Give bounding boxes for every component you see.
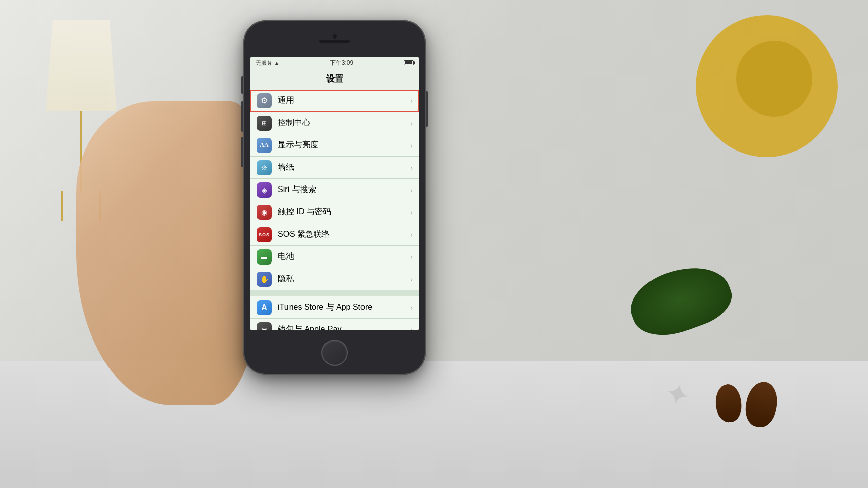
itunes-icon: A xyxy=(257,300,272,315)
general-chevron-icon: › xyxy=(410,97,413,105)
mute-button[interactable] xyxy=(241,76,243,94)
display-label: 显示与亮度 xyxy=(278,140,408,151)
itunes-chevron-icon: › xyxy=(410,304,413,312)
battery-label: 电池 xyxy=(278,251,408,262)
earpiece-speaker xyxy=(319,40,350,43)
page-title: 设置 xyxy=(250,69,419,90)
display-symbol: AA xyxy=(260,141,268,149)
general-label: 通用 xyxy=(278,95,408,106)
settings-item-battery[interactable]: ▬ 电池 › xyxy=(250,246,419,268)
status-right xyxy=(404,60,414,65)
display-chevron-icon: › xyxy=(410,141,413,149)
settings-list: ⚙ 通用 › ⊞ 控制中心 › AA xyxy=(250,90,419,330)
privacy-chevron-icon: › xyxy=(410,275,413,283)
carrier-label: 无服务 xyxy=(256,59,272,67)
settings-item-wallet[interactable]: ▣ 钱包与 Apple Pay › xyxy=(250,319,419,330)
settings-item-privacy[interactable]: ✋ 隐私 › xyxy=(250,268,419,290)
control-center-label: 控制中心 xyxy=(278,118,408,128)
battery-symbol: ▬ xyxy=(261,253,267,260)
pine-decoration xyxy=(614,260,817,437)
power-button[interactable] xyxy=(426,91,428,127)
gear-symbol: ⚙ xyxy=(261,96,268,105)
touchid-symbol: ◉ xyxy=(261,208,267,216)
battery-settings-icon: ▬ xyxy=(257,249,272,265)
volume-down-button[interactable] xyxy=(241,137,243,167)
siri-icon: ◈ xyxy=(257,182,272,198)
phone: 无服务 ▲ 下午3:09 设置 ⚙ xyxy=(243,20,426,375)
section-divider xyxy=(250,290,419,296)
battery-fill xyxy=(405,61,412,64)
hand xyxy=(76,101,269,405)
settings-item-itunes[interactable]: A iTunes Store 与 App Store › xyxy=(250,296,419,319)
control-center-chevron-icon: › xyxy=(410,119,413,127)
settings-item-sos[interactable]: SOS SOS 紧急联络 › xyxy=(250,223,419,246)
sos-symbol: SOS xyxy=(259,232,270,237)
settings-item-siri[interactable]: ◈ Siri 与搜索 › xyxy=(250,179,419,201)
privacy-symbol: ✋ xyxy=(260,275,269,283)
wallpaper-chevron-icon: › xyxy=(410,164,413,172)
display-icon: AA xyxy=(257,138,272,153)
touchid-chevron-icon: › xyxy=(410,208,413,216)
siri-label: Siri 与搜索 xyxy=(278,184,408,195)
volume-up-button[interactable] xyxy=(241,101,243,132)
battery-icon xyxy=(404,60,414,65)
wallet-symbol: ▣ xyxy=(262,326,267,331)
wallpaper-label: 墙纸 xyxy=(278,162,408,173)
general-icon: ⚙ xyxy=(257,93,272,108)
settings-item-touchid[interactable]: ◉ 触控 ID 与密码 › xyxy=(250,201,419,223)
status-left: 无服务 ▲ xyxy=(256,59,279,67)
wallpaper-symbol: ❊ xyxy=(261,164,267,172)
phone-body: 无服务 ▲ 下午3:09 设置 ⚙ xyxy=(243,20,426,375)
settings-item-display[interactable]: AA 显示与亮度 › xyxy=(250,134,419,157)
touchid-icon: ◉ xyxy=(257,205,272,220)
control-center-icon: ⊞ xyxy=(257,116,272,131)
settings-item-control-center[interactable]: ⊞ 控制中心 › xyxy=(250,112,419,134)
touchid-label: 触控 ID 与密码 xyxy=(278,207,408,217)
lamp-shade xyxy=(46,20,117,111)
pine-branch xyxy=(623,254,739,346)
front-camera xyxy=(333,34,337,39)
pine-cone-2 xyxy=(714,383,743,423)
sos-chevron-icon: › xyxy=(410,231,413,239)
privacy-icon: ✋ xyxy=(257,272,272,287)
status-time: 下午3:09 xyxy=(330,59,353,67)
battery-chevron-icon: › xyxy=(410,253,413,261)
wifi-icon: ▲ xyxy=(274,60,279,66)
pine-cone-1 xyxy=(743,379,781,429)
status-bar: 无服务 ▲ 下午3:09 xyxy=(250,57,419,69)
siri-chevron-icon: › xyxy=(410,186,413,194)
yellow-circle-inner xyxy=(736,41,812,117)
sos-icon: SOS xyxy=(257,227,272,242)
sos-label: SOS 紧急联络 xyxy=(278,229,408,240)
home-button[interactable] xyxy=(321,340,348,366)
settings-item-general[interactable]: ⚙ 通用 › xyxy=(250,90,419,112)
wallet-icon: ▣ xyxy=(257,322,272,331)
control-center-symbol: ⊞ xyxy=(262,120,267,127)
settings-item-wallpaper[interactable]: ❊ 墙纸 › xyxy=(250,157,419,179)
itunes-label: iTunes Store 与 App Store xyxy=(278,302,408,313)
wallet-label: 钱包与 Apple Pay xyxy=(278,324,408,330)
wallet-chevron-icon: › xyxy=(410,326,413,331)
phone-screen: 无服务 ▲ 下午3:09 设置 ⚙ xyxy=(250,57,419,330)
itunes-symbol: A xyxy=(261,303,267,312)
siri-symbol: ◈ xyxy=(262,186,267,194)
privacy-label: 隐私 xyxy=(278,274,408,284)
wallpaper-icon: ❊ xyxy=(257,160,272,175)
